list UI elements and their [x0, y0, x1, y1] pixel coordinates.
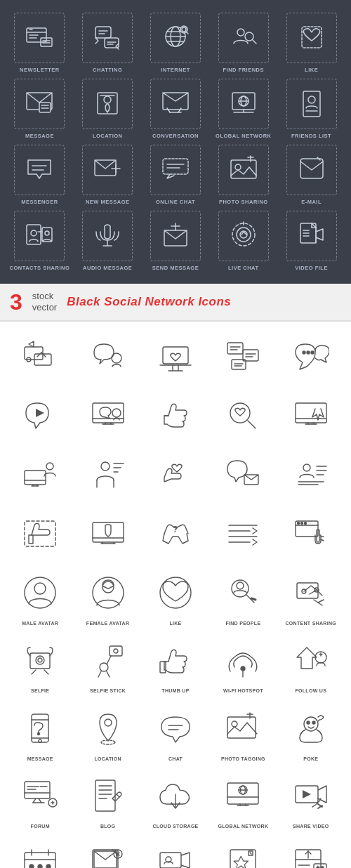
list-item: WI-FI HOTSPOT: [210, 635, 276, 694]
svg-point-31: [104, 96, 111, 103]
messenger-icon-box: [14, 145, 65, 195]
stock-number: 3: [10, 291, 22, 313]
list-item: [7, 508, 73, 559]
list-item: [74, 449, 140, 500]
global-net-label: GLOBAL NETWORK: [218, 824, 269, 829]
svg-rect-138: [93, 522, 124, 542]
like-heart-icon-box: [150, 567, 201, 618]
list-item: [278, 449, 344, 500]
conversation-icon-box: [150, 79, 201, 129]
svg-rect-51: [163, 159, 188, 174]
emoji-icon-box: [286, 839, 336, 868]
list-item: FORUM: [7, 770, 73, 829]
male-avatar-icon: [22, 574, 58, 611]
find-friends-icon: [228, 22, 259, 53]
svg-point-71: [232, 223, 255, 246]
list-item: BLOG: [74, 770, 140, 829]
list-item: NEWSLETTER: [7, 13, 72, 73]
list-item: [278, 331, 344, 382]
video-conv-icon-box: [150, 839, 201, 868]
messenger-label: MESSENGER: [21, 199, 58, 205]
events-icon: [22, 846, 58, 868]
stock-type-line1: stock: [32, 291, 57, 302]
svg-rect-256: [314, 864, 326, 868]
list-item: SELFIE STICK: [74, 635, 140, 694]
svg-line-176: [107, 656, 111, 664]
svg-rect-174: [110, 646, 122, 656]
browser-finger-icon-box: [286, 508, 336, 559]
video-file-icon: [296, 221, 327, 251]
person-screen-icon: [22, 456, 58, 493]
svg-line-204: [33, 798, 36, 803]
message-icon: [24, 88, 55, 119]
list-item: ONLINE CHAT: [143, 145, 208, 205]
poke-icon-box: [286, 703, 336, 754]
internet-icon: [160, 22, 191, 53]
stock-type: stock vector: [32, 291, 57, 313]
content-sharing-icon-box: [286, 567, 336, 618]
tv-cursor-icon-box: [286, 390, 336, 441]
newsletter-icon-box: [14, 13, 65, 63]
svg-line-218: [117, 794, 119, 797]
friends-list-label: FRIENDS LIST: [291, 133, 331, 139]
list-item: SHARE VIDEO: [278, 770, 344, 829]
list-item: E-MAIL: [279, 145, 344, 205]
share-video-icon-box: [286, 770, 336, 821]
friends-list-icon: [296, 88, 327, 119]
contacts-sharing-label: CONTACTS SHARING: [10, 265, 70, 271]
svg-point-111: [230, 403, 250, 423]
list-item: CONTACTS SHARING: [7, 211, 72, 271]
follow-us-icon-box: [286, 635, 336, 685]
video-file-label: VIDEO FILE: [295, 265, 328, 271]
list-item: [7, 449, 73, 500]
list-item: SELFIE: [7, 635, 73, 694]
svg-rect-8: [95, 27, 111, 38]
new-message-label: NEW MESSAGE: [86, 199, 130, 205]
svg-point-131: [303, 464, 310, 471]
cloud-storage-icon: [157, 777, 194, 814]
laptop-heart-icon-box: [150, 331, 201, 382]
list-item: GLOBAL NETWORK: [211, 79, 276, 139]
message-icon-box: [14, 79, 65, 129]
online-chat-icon-box: [150, 145, 201, 195]
hand-thumb-icon-box: [150, 390, 201, 441]
list-item: THUMB UP: [143, 635, 208, 694]
svg-line-178: [98, 671, 101, 677]
lines-arrows-icon-box: [218, 508, 268, 559]
svg-point-156: [34, 583, 46, 594]
email-dark-icon: [296, 154, 327, 185]
msg-phone-label: MESSAGE: [27, 756, 53, 762]
laptop-shield-icon: [90, 515, 126, 552]
svg-rect-202: [25, 782, 50, 798]
live-chat-icon: [228, 221, 259, 251]
person-sign-icon-box: [83, 449, 133, 500]
list-item: CHATTING: [75, 13, 140, 73]
list-item: [278, 390, 344, 441]
photo-sharing-icon: [228, 154, 259, 185]
svg-point-109: [112, 409, 121, 417]
list-item: [143, 449, 208, 500]
svg-rect-43: [303, 91, 320, 117]
global-net-icon: [225, 777, 261, 814]
chatting-icon-box: [82, 13, 133, 63]
svg-line-84: [41, 353, 46, 357]
svg-rect-252: [230, 850, 256, 868]
list-item: [143, 331, 208, 382]
chatting-label: CHATTING: [93, 67, 122, 73]
svg-point-196: [232, 721, 237, 727]
events-icon-box: [15, 839, 65, 868]
dark-icon-grid: NEWSLETTER CHATTING: [7, 13, 344, 271]
svg-point-151: [300, 522, 303, 525]
list-item: [143, 390, 208, 441]
list-item: FEMALE AVATAR: [74, 567, 140, 626]
list-item: PHOTO SHARING: [211, 145, 276, 205]
audio-message-icon: [92, 221, 123, 251]
svg-rect-27: [39, 103, 51, 112]
global-net-icon-box: [218, 770, 268, 821]
like-icon-box: [286, 13, 337, 63]
svg-line-24: [253, 40, 256, 44]
hands-question-icon: ?: [157, 515, 194, 552]
list-item: CONTENT SHARING: [278, 567, 344, 626]
contacts-sharing-icon-box: [14, 211, 65, 261]
svg-rect-180: [160, 662, 166, 673]
